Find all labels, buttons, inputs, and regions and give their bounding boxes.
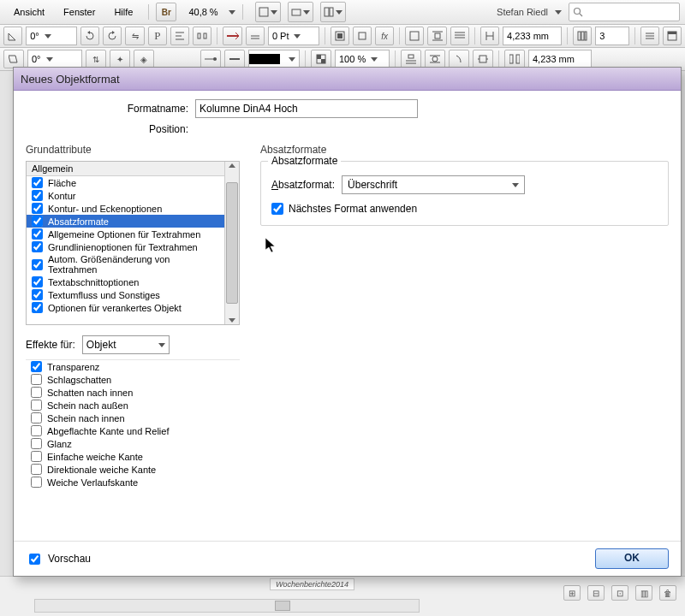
- effect-item[interactable]: Schein nach innen: [26, 412, 240, 424]
- gutter-icon[interactable]: [504, 50, 525, 68]
- menu-window[interactable]: Fenster: [55, 3, 104, 21]
- scroll-thumb[interactable]: [226, 182, 238, 304]
- angle-a-icon[interactable]: [3, 27, 22, 45]
- attributes-list-header[interactable]: Allgemein: [27, 162, 224, 176]
- rotation-angle-combo[interactable]: 0°: [26, 27, 77, 45]
- effect-checkbox[interactable]: [31, 477, 42, 488]
- attribute-item[interactable]: Allgemeine Optionen für Textrahmen: [27, 228, 224, 240]
- effect-checkbox[interactable]: [31, 438, 42, 449]
- effect-checkbox[interactable]: [31, 374, 42, 385]
- attribute-item[interactable]: Textabschnittoptionen: [27, 275, 224, 288]
- attribute-checkbox[interactable]: [32, 228, 43, 240]
- attribute-item[interactable]: Grundlinienoptionen für Textrahmen: [27, 240, 224, 253]
- effect-item[interactable]: Direktionale weiche Kante: [26, 463, 240, 476]
- stroke-cap-icon[interactable]: [224, 50, 245, 68]
- shear-icon[interactable]: [3, 50, 24, 68]
- effects-target-combo[interactable]: Objekt: [82, 335, 170, 354]
- effect-item[interactable]: Schlagschatten: [26, 373, 240, 386]
- effect-checkbox[interactable]: [31, 400, 42, 411]
- opacity-icon[interactable]: [311, 50, 331, 68]
- shear-angle-combo[interactable]: 0°: [27, 50, 82, 68]
- effect-item[interactable]: Transparenz: [26, 360, 240, 373]
- distribute-icon[interactable]: [193, 27, 211, 45]
- paragraph-style-combo[interactable]: Überschrift: [342, 175, 525, 194]
- attribute-checkbox[interactable]: [32, 190, 43, 201]
- effect-item[interactable]: Weiche Verlaufskante: [26, 476, 240, 489]
- attribute-checkbox[interactable]: [32, 289, 43, 300]
- attribute-item[interactable]: Kontur- und Eckenoptionen: [27, 202, 224, 215]
- attribute-checkbox[interactable]: [32, 302, 43, 313]
- opacity-combo[interactable]: 100 %: [335, 50, 390, 68]
- misc-tool-b-icon[interactable]: ◈: [134, 50, 154, 68]
- misc-tool-a-icon[interactable]: ✦: [110, 50, 130, 68]
- menu-view[interactable]: Ansicht: [5, 3, 53, 21]
- document-tab[interactable]: Wochenberichte2014: [270, 578, 354, 590]
- attribute-checkbox[interactable]: [32, 177, 43, 188]
- apply-next-format-checkbox[interactable]: [271, 203, 283, 215]
- attribute-item[interactable]: Absatzformate: [27, 215, 224, 228]
- status-icon-c[interactable]: ⊡: [611, 585, 628, 601]
- stroke-swap-icon[interactable]: [246, 27, 265, 45]
- text-frame-icon[interactable]: P: [148, 27, 167, 45]
- zoom-dropdown-icon[interactable]: [229, 10, 235, 15]
- scroll-down-icon[interactable]: [229, 318, 235, 323]
- panel-menu-icon[interactable]: [640, 27, 659, 45]
- panel-toggle-icon[interactable]: [663, 27, 682, 45]
- column-width-icon[interactable]: [480, 27, 499, 45]
- attribute-checkbox[interactable]: [32, 276, 43, 287]
- effect-item[interactable]: Einfache weiche Kante: [26, 450, 240, 463]
- stroke-weight-combo[interactable]: 0 Pt: [268, 27, 319, 45]
- arrange-dropdown[interactable]: [320, 2, 346, 22]
- search-box[interactable]: [569, 3, 680, 21]
- effect-checkbox[interactable]: [31, 425, 42, 436]
- attribute-checkbox[interactable]: [32, 259, 43, 270]
- effect-checkbox[interactable]: [31, 451, 42, 462]
- effect-checkbox[interactable]: [31, 412, 42, 424]
- frame-fit-icon[interactable]: [331, 27, 349, 45]
- text-wrap-jump-icon[interactable]: [450, 27, 469, 45]
- zoom-level[interactable]: 40,8 %: [182, 5, 224, 19]
- fx-icon[interactable]: fx: [375, 27, 394, 45]
- rotate-cw-icon[interactable]: [103, 27, 122, 45]
- status-icon-d[interactable]: ▥: [635, 585, 652, 601]
- attribute-checkbox[interactable]: [32, 216, 43, 227]
- effect-item[interactable]: Glanz: [26, 437, 240, 450]
- attribute-item[interactable]: Autom. Größenänderung von Textrahmen: [27, 253, 224, 275]
- effect-checkbox[interactable]: [31, 464, 42, 475]
- attribute-item[interactable]: Optionen für verankertes Objekt: [27, 301, 224, 314]
- column-width-combo[interactable]: 4,233 mm: [503, 27, 562, 45]
- columns-count-icon[interactable]: [573, 27, 592, 45]
- effect-item[interactable]: Schein nach außen: [26, 399, 240, 412]
- scroll-up-icon[interactable]: [229, 163, 235, 168]
- flip-horizontal-icon[interactable]: ⇋: [125, 27, 144, 45]
- text-wrap-none-icon[interactable]: [405, 27, 424, 45]
- wrap-shape-icon[interactable]: [425, 50, 445, 68]
- search-input[interactable]: [587, 6, 658, 18]
- screen-mode-dropdown[interactable]: [288, 2, 313, 22]
- attribute-item[interactable]: Kontur: [27, 189, 224, 202]
- menu-help[interactable]: Hilfe: [105, 3, 141, 21]
- effect-checkbox[interactable]: [31, 361, 42, 372]
- align-icon[interactable]: [170, 27, 189, 45]
- view-mode-dropdown[interactable]: [255, 2, 281, 22]
- effect-checkbox[interactable]: [31, 387, 42, 398]
- attribute-item[interactable]: Fläche: [27, 176, 224, 189]
- attributes-scrollbar[interactable]: [224, 162, 239, 324]
- effect-item[interactable]: Abgeflachte Kante und Relief: [26, 424, 240, 437]
- preview-checkbox[interactable]: [29, 554, 40, 565]
- text-wrap-around-icon[interactable]: [427, 27, 446, 45]
- bridge-icon[interactable]: Br: [156, 3, 176, 21]
- wrap-contour-icon[interactable]: [449, 50, 469, 68]
- format-name-input[interactable]: [195, 99, 418, 118]
- attribute-checkbox[interactable]: [32, 241, 43, 252]
- object-effects-icon[interactable]: [353, 27, 372, 45]
- user-menu-icon[interactable]: [555, 10, 562, 15]
- attribute-item[interactable]: Textumfluss und Sonstiges: [27, 288, 224, 301]
- flip-v-icon[interactable]: ⇅: [86, 50, 106, 68]
- gutter-combo[interactable]: 4,233 mm: [528, 50, 592, 68]
- status-icon-b[interactable]: ⊟: [587, 585, 605, 601]
- ok-button[interactable]: OK: [595, 548, 669, 569]
- wrap-skip-icon[interactable]: [401, 50, 421, 68]
- columns-count-combo[interactable]: 3: [595, 27, 628, 45]
- attribute-checkbox[interactable]: [32, 203, 43, 214]
